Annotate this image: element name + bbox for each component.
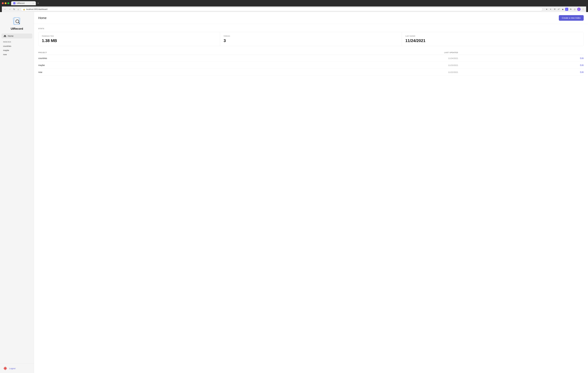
- stat-db-size-value: 1.38 MB: [42, 38, 217, 43]
- home-icon: [4, 35, 6, 37]
- edit-link-countries[interactable]: Edit: [580, 57, 584, 59]
- app-logo-text: UIRecord: [11, 27, 23, 31]
- tab-title: UIRecord: [17, 2, 25, 4]
- address-lock-icon: 🔒: [23, 8, 25, 10]
- sidebar-logo: UIRecord: [0, 15, 34, 33]
- project-date-now: 11/22/2021: [200, 69, 458, 76]
- table-row: countries 11/24/2021 Edit: [38, 55, 584, 62]
- stat-last-update-label: Last Update: [405, 35, 580, 37]
- stat-db-size-label: Database Size: [42, 35, 217, 37]
- sidebar-indexes-label: INDEXES: [0, 38, 34, 44]
- stats-section-label: STATS: [38, 28, 584, 30]
- app-logo-icon: [12, 17, 22, 26]
- stats-grid: Database Size 1.38 MB Indexes 3 Last Upd…: [38, 32, 584, 46]
- extension-icon-3[interactable]: ☍: [557, 8, 560, 11]
- address-bar[interactable]: 🔒 localhost:3001/dashboard: [21, 7, 543, 11]
- edit-link-maybe[interactable]: Edit: [580, 64, 584, 66]
- nav-back-button[interactable]: ←: [3, 8, 7, 11]
- address-url: localhost:3001/dashboard: [26, 8, 47, 10]
- extension-icon-6[interactable]: ☘: [569, 8, 572, 11]
- nav-forward-button[interactable]: →: [8, 8, 11, 11]
- edit-link-now[interactable]: Edit: [580, 71, 584, 73]
- sidebar-index-maybe-label: maybe: [3, 49, 9, 52]
- project-edit-col-countries: Edit: [458, 55, 584, 62]
- sidebar-index-now-label: now: [3, 53, 7, 56]
- sidebar-item-maybe[interactable]: maybe: [0, 48, 34, 52]
- browser-chrome: U UIRecord × + ← → ↻ ⌂ 🔒 localhost:3001/…: [0, 0, 588, 12]
- sidebar-item-home[interactable]: Home: [1, 33, 32, 38]
- sidebar-item-now[interactable]: now: [0, 52, 34, 56]
- projects-table: PROJECT LAST UPDATED countries 11/24/202…: [38, 50, 584, 76]
- create-index-button[interactable]: Create a new Index: [559, 15, 584, 21]
- main-header: Home Create a new Index: [34, 12, 588, 24]
- stat-card-last-update: Last Update 11/24/2021: [402, 32, 584, 46]
- table-row: now 11/22/2021 Edit: [38, 69, 584, 76]
- projects-table-head: PROJECT LAST UPDATED: [38, 50, 584, 55]
- project-name-maybe: maybe: [38, 62, 200, 69]
- new-tab-button[interactable]: +: [36, 1, 40, 5]
- tab-close-button[interactable]: ×: [33, 2, 34, 4]
- main-body: STATS Database Size 1.38 MB Indexes 3 La…: [34, 24, 588, 79]
- page-title: Home: [38, 16, 46, 20]
- project-date-countries: 11/24/2021: [200, 55, 458, 62]
- nav-refresh-button[interactable]: ↻: [13, 8, 16, 11]
- browser-nav: ← → ↻ ⌂ 🔒 localhost:3001/dashboard ★ ✦ ⚒…: [2, 7, 586, 12]
- traffic-light-maximize[interactable]: [7, 2, 9, 4]
- stat-indexes-value: 3: [224, 38, 398, 43]
- project-name-countries: countries: [38, 55, 200, 62]
- extension-icon-7[interactable]: ◴: [573, 8, 576, 11]
- extension-icon-5[interactable]: C: [565, 8, 568, 11]
- extension-icon-1[interactable]: ✦: [549, 8, 552, 11]
- table-row: maybe 11/23/2021 Edit: [38, 62, 584, 69]
- sidebar-nav: Home: [0, 33, 34, 38]
- bookmark-icon[interactable]: ★: [545, 8, 548, 11]
- traffic-lights: [2, 2, 9, 4]
- traffic-light-minimize[interactable]: [5, 2, 7, 4]
- logout-link[interactable]: Logout: [9, 367, 15, 370]
- traffic-light-close[interactable]: [2, 2, 4, 4]
- projects-table-body: countries 11/24/2021 Edit maybe 11/23/20…: [38, 55, 584, 76]
- sidebar-home-label: Home: [8, 35, 13, 37]
- browser-menu-icon[interactable]: ⋮: [581, 8, 585, 11]
- browser-tabs: U UIRecord × +: [11, 1, 40, 5]
- project-edit-col-now: Edit: [458, 69, 584, 76]
- col-edit-spacer: [458, 50, 584, 55]
- sidebar: UIRecord Home INDEXES countries maybe no…: [0, 12, 34, 373]
- col-project: PROJECT: [38, 50, 200, 55]
- sidebar-item-countries[interactable]: countries: [0, 44, 34, 48]
- project-edit-col-maybe: Edit: [458, 62, 584, 69]
- sidebar-index-countries-label: countries: [3, 45, 11, 47]
- profile-avatar[interactable]: P: [577, 8, 581, 11]
- tab-favicon: U: [13, 2, 15, 4]
- extension-icon-4[interactable]: ◆: [561, 8, 564, 11]
- browser-toolbar-right: ★ ✦ ⚒ ☍ ◆ C ☘ ◴ P ⋮: [545, 8, 585, 11]
- main-content: Home Create a new Index STATS Database S…: [34, 12, 588, 373]
- nav-home-button[interactable]: ⌂: [17, 8, 20, 11]
- projects-table-header-row: PROJECT LAST UPDATED: [38, 50, 584, 55]
- browser-titlebar: U UIRecord × +: [2, 1, 586, 5]
- stat-card-db-size: Database Size 1.38 MB: [38, 32, 220, 46]
- stat-card-indexes: Indexes 3: [220, 32, 402, 46]
- extension-icon-2[interactable]: ⚒: [553, 8, 556, 11]
- col-last-updated: LAST UPDATED: [200, 50, 458, 55]
- browser-tab-active[interactable]: U UIRecord ×: [11, 1, 36, 5]
- stat-last-update-value: 11/24/2021: [405, 38, 580, 43]
- project-name-now: now: [38, 69, 200, 76]
- sidebar-footer-icon: [3, 366, 7, 371]
- app-window: UIRecord Home INDEXES countries maybe no…: [0, 12, 588, 373]
- project-date-maybe: 11/23/2021: [200, 62, 458, 69]
- stat-indexes-label: Indexes: [224, 35, 398, 37]
- sidebar-index-list: countries maybe now: [0, 44, 34, 56]
- sidebar-footer: Logout: [0, 363, 34, 373]
